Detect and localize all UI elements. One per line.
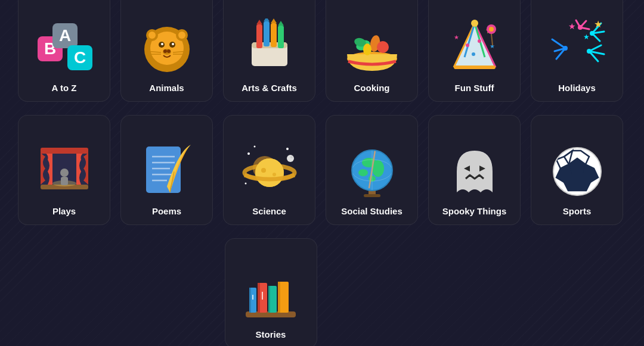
svg-point-88 [273,173,276,176]
svg-point-17 [163,49,167,53]
poem-icon [137,142,197,201]
category-label: Stories [256,329,286,339]
svg-point-86 [255,158,284,187]
category-label: Sports [563,206,592,216]
svg-point-14 [161,43,163,45]
category-card-cooking[interactable]: Cooking [326,0,418,102]
svg-point-15 [172,43,174,45]
books-icon [241,265,301,325]
category-card-arts-crafts[interactable]: Arts & Crafts [223,0,315,102]
category-card-plays[interactable]: Plays [18,115,110,225]
svg-marker-28 [264,18,270,21]
svg-point-38 [363,43,371,55]
category-label: Arts & Crafts [242,83,297,93]
svg-point-93 [286,148,289,150]
svg-rect-125 [258,283,260,313]
svg-point-91 [247,152,250,155]
svg-point-18 [167,49,171,53]
svg-point-37 [377,41,389,53]
svg-point-74 [60,169,69,177]
svg-text:★: ★ [568,21,576,31]
svg-rect-123 [249,288,251,313]
lion-icon [137,18,197,78]
svg-point-89 [287,155,294,162]
ghost-icon [445,142,504,201]
category-label: Science [252,206,286,216]
svg-rect-75 [61,177,68,185]
category-label: Animals [149,83,184,93]
category-card-science[interactable]: Science [223,115,315,225]
category-card-holidays[interactable]: ★ ★ ★ Holidays [531,0,623,102]
svg-point-44 [472,52,475,56]
svg-text:C: C [73,48,85,67]
svg-point-11 [178,32,185,39]
svg-text:★: ★ [454,34,459,40]
category-card-social-studies[interactable]: Social Studies [326,115,418,225]
svg-point-42 [466,43,469,47]
category-label: Spooky Things [442,206,507,216]
svg-rect-31 [278,26,284,48]
globe-icon [342,142,402,201]
fireworks-icon: ★ ★ ★ [547,18,607,78]
svg-marker-30 [271,18,277,23]
svg-marker-26 [256,20,262,24]
svg-rect-127 [268,286,270,313]
svg-rect-29 [271,23,277,47]
category-card-sports[interactable]: Sports [531,115,623,225]
svg-point-54 [590,31,595,36]
svg-point-58 [578,25,583,30]
svg-point-69 [587,49,592,54]
category-card-poems[interactable]: Poems [120,115,213,225]
crayons-icon [240,18,299,78]
category-label: A to Z [52,83,77,93]
category-label: Social Studies [341,206,402,216]
svg-text:★: ★ [583,33,590,41]
svg-marker-32 [278,21,284,26]
category-card-a-to-z[interactable]: B A C A to Z [18,0,110,102]
svg-point-92 [253,146,255,148]
svg-rect-73 [41,148,88,154]
soccer-icon [547,142,607,201]
category-card-spooky-things[interactable]: Spooky Things [428,115,521,225]
svg-rect-40 [454,66,496,69]
category-card-stories[interactable]: Stories [225,238,317,346]
bowl-icon [342,18,402,78]
svg-point-41 [471,20,478,27]
category-label: Poems [152,206,181,216]
category-grid: B A C A to Z [6,0,638,346]
svg-point-65 [563,46,568,51]
svg-point-49 [489,27,494,32]
category-label: Plays [52,206,76,216]
svg-point-100 [358,169,368,176]
svg-point-94 [244,183,246,185]
saturn-icon [240,142,299,201]
svg-rect-96 [364,194,380,197]
svg-text:A: A [58,26,70,45]
svg-point-90 [290,156,293,158]
category-label: Holidays [558,83,596,93]
category-card-animals[interactable]: Animals [120,0,213,102]
svg-point-43 [478,39,481,43]
svg-rect-25 [256,24,262,48]
theater-icon [35,142,94,201]
svg-point-10 [148,32,156,39]
party-icon: ★ ★ ★ [445,18,504,78]
svg-text:★: ★ [594,19,602,29]
category-card-fun-stuff[interactable]: ★ ★ ★ Fun Stuff [428,0,521,102]
svg-point-87 [261,168,266,173]
svg-rect-27 [264,21,270,46]
abc-icon: B A C [35,18,94,78]
category-label: Cooking [354,83,390,93]
category-label: Fun Stuff [455,83,494,93]
svg-rect-129 [278,282,280,313]
